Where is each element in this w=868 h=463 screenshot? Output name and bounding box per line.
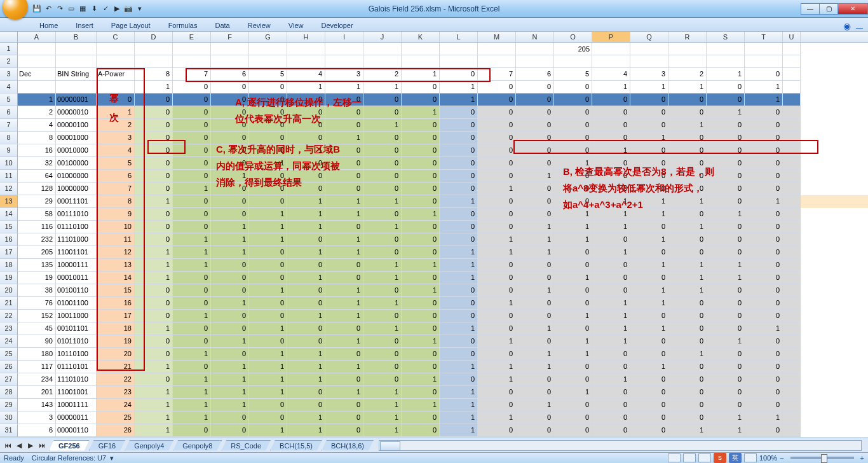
- sheet-tab-Genpoly4[interactable]: Genpoly4: [125, 440, 173, 451]
- spellcheck-icon[interactable]: ✓: [100, 4, 111, 14]
- sheet-tabs: GF256GF16Genpoly4Genpoly8RS_CodeBCH(15,5…: [50, 440, 374, 451]
- horizontal-scrollbar[interactable]: [379, 440, 862, 451]
- column-headers[interactable]: ABCDEFGHIJKLMNOPQRSTU: [0, 32, 868, 43]
- normal-view-icon[interactable]: [668, 453, 681, 462]
- zoom-slider[interactable]: [790, 457, 854, 459]
- sheet-tab-GF16[interactable]: GF16: [89, 440, 126, 451]
- spreadsheet-grid[interactable]: ABCDEFGHIJKLMNOPQRSTU 123DecBIN StringA-…: [0, 32, 868, 438]
- tab-formulas[interactable]: Formulas: [159, 20, 207, 31]
- more-icon[interactable]: ▾: [135, 4, 145, 14]
- zoom-out-icon[interactable]: −: [780, 454, 783, 462]
- sheet-tab-Genpoly8[interactable]: Genpoly8: [173, 440, 222, 451]
- tab-data[interactable]: Data: [206, 20, 238, 31]
- maximize-button[interactable]: ▢: [819, 3, 838, 15]
- grid-body[interactable]: 123DecBIN StringA-Power87654321076543210…: [0, 43, 868, 438]
- window-title: Galois Field 256.xlsm - Microsoft Excel: [369, 4, 500, 13]
- sheet-tab-RS_Code[interactable]: RS_Code: [221, 440, 271, 451]
- save-icon[interactable]: 💾: [32, 4, 42, 14]
- ime-s-icon[interactable]: S: [714, 453, 726, 463]
- redo-icon[interactable]: ↷: [55, 4, 65, 14]
- cell-formula-overlay: 205: [552, 43, 590, 55]
- minimize-button[interactable]: —: [801, 3, 820, 15]
- gridlines-icon[interactable]: ▦: [78, 4, 88, 14]
- tab-review[interactable]: Review: [239, 20, 280, 31]
- sheet-tab-bar: ⏮ ◀ ▶ ⏭ GF256GF16Genpoly4Genpoly8RS_Code…: [0, 438, 868, 452]
- ime-lang-icon[interactable]: 英: [729, 453, 742, 463]
- sheet-tab-GF256[interactable]: GF256: [49, 440, 90, 451]
- pagelayout-view-icon[interactable]: [683, 453, 696, 462]
- status-circular: Circular References: U7: [32, 454, 106, 462]
- ime-extra-icon[interactable]: [744, 453, 757, 462]
- status-bar: Ready Circular References: U7 ▾ S 英 100%…: [0, 452, 868, 463]
- title-bar: 💾 ↶ ↷ ▭ ▦ ⬇ ✓ ▶ 📷 ▾ Galois Field 256.xls…: [0, 0, 868, 18]
- camera-icon[interactable]: 📷: [123, 4, 133, 14]
- sort-icon[interactable]: ⬇: [89, 4, 99, 14]
- tab-page-layout[interactable]: Page Layout: [102, 20, 159, 31]
- office-button[interactable]: [3, 0, 28, 20]
- tab-home[interactable]: Home: [31, 20, 67, 31]
- undo-icon[interactable]: ↶: [43, 4, 53, 14]
- zoom-label: 100%: [759, 454, 777, 462]
- pagebreak-view-icon[interactable]: [698, 453, 711, 462]
- tab-first-icon[interactable]: ⏮: [3, 441, 13, 450]
- quick-access-toolbar: 💾 ↶ ↷ ▭ ▦ ⬇ ✓ ▶ 📷 ▾: [32, 4, 145, 14]
- new-icon[interactable]: ▭: [66, 4, 76, 14]
- ribbon-tabs: Home Insert Page Layout Formulas Data Re…: [0, 18, 868, 32]
- tab-prev-icon[interactable]: ◀: [14, 441, 24, 450]
- tab-next-icon[interactable]: ▶: [25, 441, 36, 450]
- tab-insert[interactable]: Insert: [67, 20, 102, 31]
- tab-developer[interactable]: Developer: [312, 20, 362, 31]
- tab-nav: ⏮ ◀ ▶ ⏭: [0, 441, 50, 450]
- zoom-in-icon[interactable]: +: [860, 454, 864, 462]
- sheet-tab-BCH(18,6)[interactable]: BCH(18,6): [322, 440, 374, 451]
- minimize-ribbon-icon[interactable]: —: [856, 24, 863, 31]
- tab-last-icon[interactable]: ⏭: [37, 441, 47, 450]
- status-ready: Ready: [4, 454, 24, 462]
- close-button[interactable]: ✕: [837, 3, 868, 15]
- sheet-tab-BCH(15,5)[interactable]: BCH(15,5): [270, 440, 322, 451]
- macros-icon[interactable]: ▶: [112, 4, 122, 14]
- dropdown-icon[interactable]: ▾: [110, 454, 114, 462]
- tab-view[interactable]: View: [280, 20, 313, 31]
- help-icon[interactable]: ◉: [843, 21, 851, 31]
